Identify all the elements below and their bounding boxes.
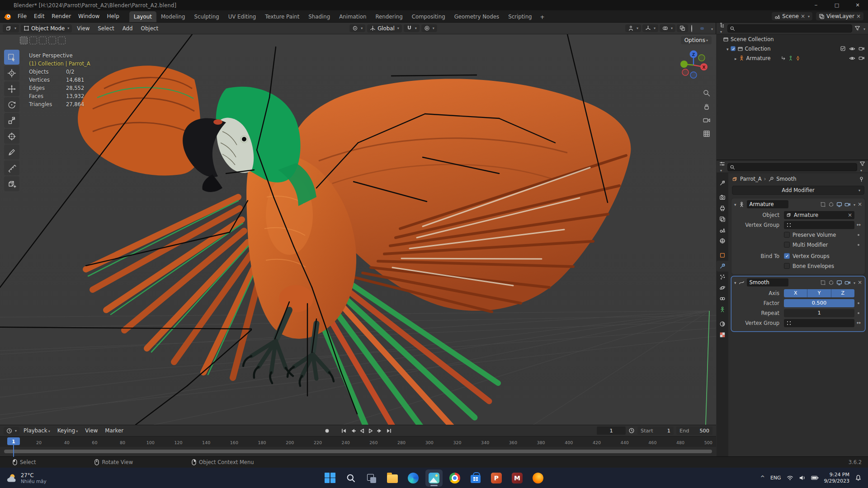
add-workspace-button[interactable]: + xyxy=(537,12,548,22)
animate-dot[interactable] xyxy=(858,234,859,236)
outliner-options-dropdown[interactable] xyxy=(863,25,865,32)
select-mode-invert[interactable] xyxy=(48,37,56,44)
camera-render-icon[interactable] xyxy=(859,46,864,52)
eye-icon[interactable] xyxy=(849,46,855,52)
axis-x-button[interactable]: X xyxy=(784,289,807,297)
transform-orientation-selector[interactable]: Global xyxy=(367,24,402,33)
invert-vertex-group-button[interactable] xyxy=(854,222,863,228)
snap-toggle[interactable] xyxy=(404,24,420,32)
remove-view-layer-icon[interactable] xyxy=(856,13,861,19)
properties-filter-dropdown[interactable] xyxy=(859,161,865,173)
animate-dot[interactable] xyxy=(858,312,859,314)
properties-editor-type-button[interactable] xyxy=(719,161,725,173)
active-app-button[interactable] xyxy=(425,469,443,487)
axis-z-button[interactable]: Z xyxy=(831,289,854,297)
workspace-tab-sculpting[interactable]: Sculpting xyxy=(190,11,224,22)
timeline-ruler[interactable]: 2040608010012014016018020022024026028030… xyxy=(0,436,716,447)
select-mode-intersect[interactable] xyxy=(58,37,66,44)
battery-icon[interactable] xyxy=(811,475,819,481)
timeline-menu-playback[interactable]: Playback xyxy=(20,426,53,435)
blender-logo-icon[interactable] xyxy=(4,13,11,20)
powerpoint-button[interactable] xyxy=(488,469,505,487)
edit-mode-toggle-icon[interactable] xyxy=(820,280,826,286)
tab-view-layer[interactable] xyxy=(717,214,728,225)
minimize-button[interactable] xyxy=(806,0,826,10)
shading-wireframe-button[interactable] xyxy=(689,24,694,33)
tab-scene[interactable] xyxy=(717,225,728,235)
outliner-row-collection[interactable]: Collection xyxy=(717,44,868,53)
timeline-scrollbar[interactable] xyxy=(4,450,712,453)
tab-material[interactable] xyxy=(717,319,728,329)
view-layer-selector[interactable]: ViewLayer xyxy=(816,12,863,20)
expand-icon[interactable] xyxy=(726,46,729,52)
repeat-field[interactable]: 1 xyxy=(784,309,854,317)
expand-icon[interactable] xyxy=(735,55,737,61)
browser-orange-button[interactable] xyxy=(529,469,547,487)
editor-type-button[interactable] xyxy=(3,24,19,33)
workspace-tab-geometry-nodes[interactable]: Geometry Nodes xyxy=(450,11,504,22)
navigation-gizmo[interactable]: Z X xyxy=(675,47,712,83)
invert-vertex-group-button[interactable] xyxy=(854,320,863,326)
tab-particles[interactable] xyxy=(717,272,728,282)
timeline-menu-marker[interactable]: Marker xyxy=(102,426,127,435)
modifier-name-field[interactable]: Smooth xyxy=(747,278,788,286)
vertex-group-field[interactable] xyxy=(784,319,854,327)
next-keyframe-icon[interactable] xyxy=(377,428,383,434)
timeline-track-area[interactable] xyxy=(0,447,716,456)
tray-language[interactable]: ENG xyxy=(770,475,781,481)
multi-modifier-checkbox[interactable] xyxy=(784,242,790,248)
close-button[interactable] xyxy=(847,0,868,10)
remove-modifier-icon[interactable] xyxy=(858,201,862,207)
smooth-modifier-header[interactable]: Smooth xyxy=(731,277,865,288)
preview-range-icon[interactable] xyxy=(628,427,635,434)
camera-view-button[interactable] xyxy=(701,115,712,126)
workspace-tab-texture-paint[interactable]: Texture Paint xyxy=(260,11,304,22)
breadcrumb-object[interactable]: Parrot_A xyxy=(740,176,762,182)
checkbox-icon[interactable] xyxy=(840,46,846,52)
collapse-icon[interactable] xyxy=(734,279,736,286)
tab-render[interactable] xyxy=(717,192,728,203)
factor-slider[interactable]: 0.500 xyxy=(784,299,854,307)
viewport-3d[interactable]: Options xyxy=(0,34,716,425)
breadcrumb-modifier[interactable]: Smooth xyxy=(776,176,796,182)
wifi-icon[interactable] xyxy=(787,475,793,481)
shading-dropdown[interactable] xyxy=(710,25,713,32)
zoom-button[interactable] xyxy=(701,88,712,99)
collection-checkbox[interactable] xyxy=(731,46,736,51)
taskbar-weather[interactable]: 27°C Nhiều mây xyxy=(5,472,47,484)
vertex-group-field[interactable] xyxy=(784,221,854,229)
tab-modifiers[interactable] xyxy=(717,261,728,272)
eye-icon[interactable] xyxy=(849,55,855,61)
workspace-tab-modeling[interactable]: Modeling xyxy=(156,11,190,22)
play-icon[interactable] xyxy=(368,428,374,434)
workspace-tab-uv-editing[interactable]: UV Editing xyxy=(224,11,261,22)
armature-modifier-header[interactable]: Armature xyxy=(731,198,865,210)
axis-y-button[interactable]: Y xyxy=(807,289,831,297)
vertex-groups-checkbox[interactable] xyxy=(784,253,790,259)
play-reverse-icon[interactable] xyxy=(359,428,365,434)
chrome-button[interactable] xyxy=(446,469,463,487)
outliner-row-armature[interactable]: Armature xyxy=(717,53,868,63)
armature-object-field[interactable]: Armature xyxy=(784,211,854,219)
select-mode-new[interactable] xyxy=(20,37,28,44)
tab-output[interactable] xyxy=(717,203,728,214)
tool-move[interactable] xyxy=(4,81,19,96)
render-toggle-icon[interactable] xyxy=(844,202,850,207)
realtime-toggle-icon[interactable] xyxy=(836,280,842,286)
animate-dot[interactable] xyxy=(858,302,859,304)
previous-keyframe-icon[interactable] xyxy=(350,428,356,434)
viewport-menu-add[interactable]: Add xyxy=(119,24,136,33)
timeline-editor-type-button[interactable] xyxy=(4,427,19,435)
tab-texture[interactable] xyxy=(717,329,728,340)
on-cage-toggle-icon[interactable] xyxy=(828,202,834,207)
filter-icon[interactable] xyxy=(854,25,860,31)
tool-transform[interactable] xyxy=(4,129,19,144)
remove-modifier-icon[interactable] xyxy=(858,279,862,286)
object-visibility-button[interactable] xyxy=(625,24,641,32)
start-frame-field[interactable]: Start 1 xyxy=(637,427,674,435)
tray-expand-icon[interactable] xyxy=(760,475,765,481)
edge-button[interactable] xyxy=(405,469,422,487)
tool-annotate[interactable] xyxy=(4,145,19,160)
tab-object[interactable] xyxy=(717,250,728,261)
file-explorer-button[interactable] xyxy=(384,469,401,487)
